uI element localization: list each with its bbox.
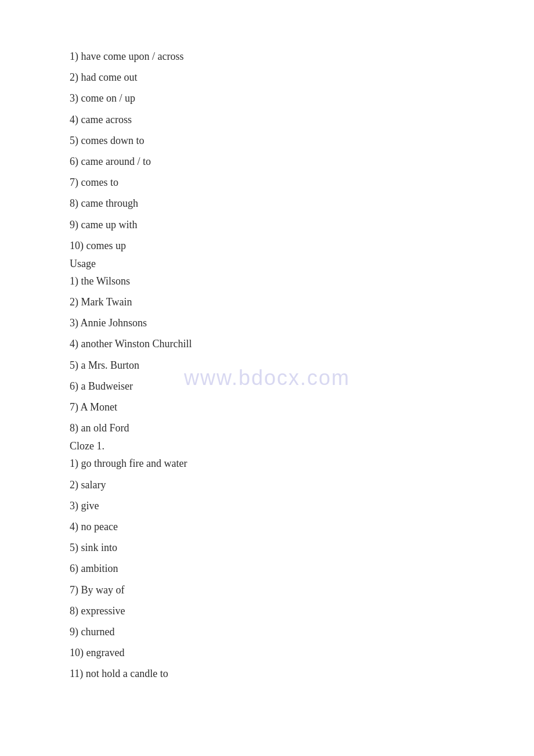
list-item: 10) comes up [70,236,464,255]
list-item: 1) go through fire and water [70,453,464,473]
list-item: 6) a Budweiser [70,376,464,396]
list-item: 8) an old Ford [70,418,464,438]
list-item: 3) give [70,496,464,516]
list-item: 8) expressive [70,601,464,621]
list-item: 1) the Wilsons [70,271,464,291]
list-item: 5) a Mrs. Burton [70,355,464,375]
list-item: 4) came across [70,110,464,129]
section3-list: 1) go through fire and water 2) salary 3… [70,453,464,683]
section2-header: Usage [70,258,464,270]
list-item: 7) By way of [70,580,464,600]
list-item: 4) no peace [70,517,464,537]
list-item: 5) sink into [70,538,464,557]
list-item: 3) come on / up [70,88,464,108]
list-item: 2) Mark Twain [70,292,464,312]
list-item: 11) not hold a candle to [70,664,464,683]
list-item: 1) have come upon / across [70,46,464,66]
section2-list: 1) the Wilsons 2) Mark Twain 3) Annie Jo… [70,271,464,438]
section1-list: 1) have come upon / across 2) had come o… [70,46,464,255]
list-item: 7) A Monet [70,397,464,417]
list-item: 6) came around / to [70,152,464,171]
section3-header: Cloze 1. [70,440,464,452]
list-item: 5) comes down to [70,131,464,150]
list-item: 9) came up with [70,215,464,235]
list-item: 2) salary [70,475,464,495]
list-item: 8) came through [70,193,464,213]
list-item: 6) ambition [70,559,464,578]
list-item: 4) another Winston Churchill [70,334,464,354]
list-item: 7) comes to [70,172,464,192]
list-item: 2) had come out [70,67,464,87]
list-item: 9) churned [70,622,464,642]
list-item: 3) Annie Johnsons [70,313,464,333]
list-item: 10) engraved [70,643,464,663]
